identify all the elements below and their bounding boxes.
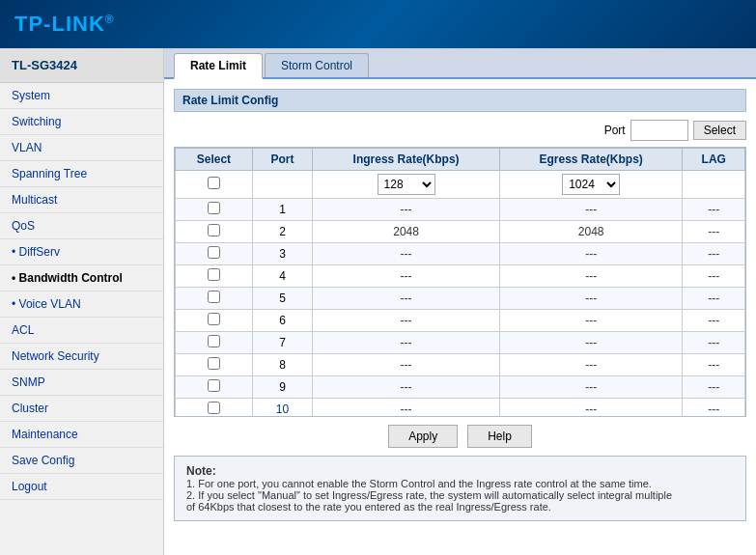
row-egress-10: --- bbox=[499, 399, 683, 418]
note-line-3: of 64Kbps that closest to the rate you e… bbox=[186, 501, 551, 513]
sidebar-item-multicast[interactable]: Multicast bbox=[0, 187, 163, 213]
row-ingress-10: --- bbox=[313, 399, 500, 418]
sidebar: TL-SG3424 SystemSwitchingVLANSpanning Tr… bbox=[0, 48, 164, 555]
table-row: 7--------- bbox=[176, 332, 745, 354]
help-button[interactable]: Help bbox=[467, 425, 532, 448]
row-checkbox-2[interactable] bbox=[208, 224, 220, 236]
egress-rate-select[interactable]: 1282565121024204840968192163843276865536 bbox=[562, 174, 620, 195]
ingress-rate-select[interactable]: 1282565121024204840968192163843276865536 bbox=[378, 174, 435, 195]
tab-bar: Rate Limit Storm Control bbox=[164, 48, 756, 79]
row-checkbox-4[interactable] bbox=[208, 268, 220, 281]
table-row: 6--------- bbox=[176, 310, 745, 332]
sidebar-item-network-security[interactable]: Network Security bbox=[0, 344, 163, 370]
row-checkbox-3[interactable] bbox=[208, 246, 220, 259]
tab-rate-limit[interactable]: Rate Limit bbox=[174, 53, 263, 79]
port-input[interactable] bbox=[630, 120, 688, 141]
sidebar-item-vlan[interactable]: VLAN bbox=[0, 135, 163, 161]
row-checkbox-8[interactable] bbox=[208, 357, 220, 370]
row-egress-8: --- bbox=[499, 354, 683, 376]
sidebar-item-spanning-tree[interactable]: Spanning Tree bbox=[0, 161, 163, 187]
row-port-2: 2 bbox=[252, 221, 312, 243]
row-ingress-6: --- bbox=[313, 310, 500, 332]
sidebar-item-acl[interactable]: ACL bbox=[0, 318, 163, 344]
apply-button[interactable]: Apply bbox=[388, 425, 458, 448]
row-checkbox-5[interactable] bbox=[208, 291, 220, 303]
table-row: 5--------- bbox=[176, 288, 745, 310]
row-lag-8: --- bbox=[683, 354, 745, 376]
row-checkbox-9[interactable] bbox=[208, 379, 220, 392]
row-port-7: 7 bbox=[252, 332, 312, 354]
main-content: Rate Limit Storm Control Rate Limit Conf… bbox=[164, 48, 756, 555]
sidebar-item-snmp[interactable]: SNMP bbox=[0, 370, 163, 396]
row-egress-3: --- bbox=[499, 243, 683, 265]
sidebar-item-voice-vlan[interactable]: • Voice VLAN bbox=[0, 291, 163, 318]
sidebar-item-diffserv[interactable]: • DiffServ bbox=[0, 239, 163, 265]
row-lag-10: --- bbox=[683, 399, 745, 418]
default-select-cell bbox=[176, 171, 253, 199]
row-checkbox-10[interactable] bbox=[208, 402, 220, 414]
logo: TP-LINK® bbox=[14, 12, 115, 37]
sidebar-item-logout[interactable]: Logout bbox=[0, 474, 163, 500]
col-select: Select bbox=[176, 149, 253, 171]
default-checkbox[interactable] bbox=[208, 177, 220, 189]
row-egress-5: --- bbox=[499, 288, 683, 310]
tab-storm-control[interactable]: Storm Control bbox=[265, 53, 369, 77]
row-port-4: 4 bbox=[252, 265, 312, 288]
note-line-1: 1. For one port, you cannot enable the S… bbox=[186, 478, 652, 489]
row-checkbox-6[interactable] bbox=[208, 313, 220, 325]
section-title: Rate Limit Config bbox=[174, 89, 746, 112]
row-port-1: 1 bbox=[252, 199, 312, 221]
row-egress-9: --- bbox=[499, 376, 683, 399]
row-lag-4: --- bbox=[683, 265, 745, 288]
default-row: 1282565121024204840968192163843276865536… bbox=[176, 171, 745, 199]
sidebar-item-switching[interactable]: Switching bbox=[0, 109, 163, 135]
sidebar-item-cluster[interactable]: Cluster bbox=[0, 396, 163, 422]
sidebar-item-qos[interactable]: QoS bbox=[0, 213, 163, 239]
col-port: Port bbox=[252, 149, 312, 171]
row-lag-2: --- bbox=[683, 221, 745, 243]
default-ingress-cell: 1282565121024204840968192163843276865536 bbox=[313, 171, 500, 199]
default-port-cell bbox=[252, 171, 312, 199]
row-egress-1: --- bbox=[499, 199, 683, 221]
port-search-row: Port Select bbox=[174, 120, 746, 141]
row-lag-7: --- bbox=[683, 332, 745, 354]
content-area: Rate Limit Config Port Select Select Por… bbox=[164, 79, 756, 531]
select-button[interactable]: Select bbox=[693, 121, 746, 140]
device-title: TL-SG3424 bbox=[0, 48, 163, 83]
rate-table: Select Port Ingress Rate(Kbps) Egress Ra… bbox=[175, 148, 745, 417]
row-port-9: 9 bbox=[252, 376, 312, 399]
sidebar-item-bandwidth-control[interactable]: • Bandwidth Control bbox=[0, 265, 163, 291]
rate-table-container: Select Port Ingress Rate(Kbps) Egress Ra… bbox=[174, 147, 746, 417]
sidebar-item-maintenance[interactable]: Maintenance bbox=[0, 422, 163, 448]
table-row: 10--------- bbox=[176, 399, 745, 418]
col-egress: Egress Rate(Kbps) bbox=[499, 149, 683, 171]
table-row: 8--------- bbox=[176, 354, 745, 376]
logo-reg: ® bbox=[105, 13, 115, 26]
default-lag-cell bbox=[683, 171, 745, 199]
table-row: 3--------- bbox=[176, 243, 745, 265]
row-ingress-7: --- bbox=[313, 332, 500, 354]
row-ingress-3: --- bbox=[313, 243, 500, 265]
row-egress-2: 2048 bbox=[499, 221, 683, 243]
sidebar-item-system[interactable]: System bbox=[0, 83, 163, 109]
default-egress-cell: 1282565121024204840968192163843276865536 bbox=[499, 171, 683, 199]
sidebar-item-save-config[interactable]: Save Config bbox=[0, 448, 163, 474]
note-line-2: 2. If you select "Manual" to set Ingress… bbox=[186, 489, 672, 501]
row-ingress-8: --- bbox=[313, 354, 500, 376]
table-row: 4--------- bbox=[176, 265, 745, 288]
layout: TL-SG3424 SystemSwitchingVLANSpanning Tr… bbox=[0, 48, 756, 555]
row-ingress-4: --- bbox=[313, 265, 500, 288]
note-title: Note: bbox=[186, 464, 216, 478]
col-lag: LAG bbox=[683, 149, 745, 171]
row-ingress-1: --- bbox=[313, 199, 500, 221]
row-ingress-2: 2048 bbox=[313, 221, 500, 243]
logo-text: TP-LINK bbox=[14, 12, 105, 36]
row-egress-6: --- bbox=[499, 310, 683, 332]
row-port-5: 5 bbox=[252, 288, 312, 310]
row-checkbox-7[interactable] bbox=[208, 335, 220, 347]
row-checkbox-1[interactable] bbox=[208, 202, 220, 214]
table-row: 9--------- bbox=[176, 376, 745, 399]
row-lag-6: --- bbox=[683, 310, 745, 332]
row-port-3: 3 bbox=[252, 243, 312, 265]
col-ingress: Ingress Rate(Kbps) bbox=[313, 149, 500, 171]
